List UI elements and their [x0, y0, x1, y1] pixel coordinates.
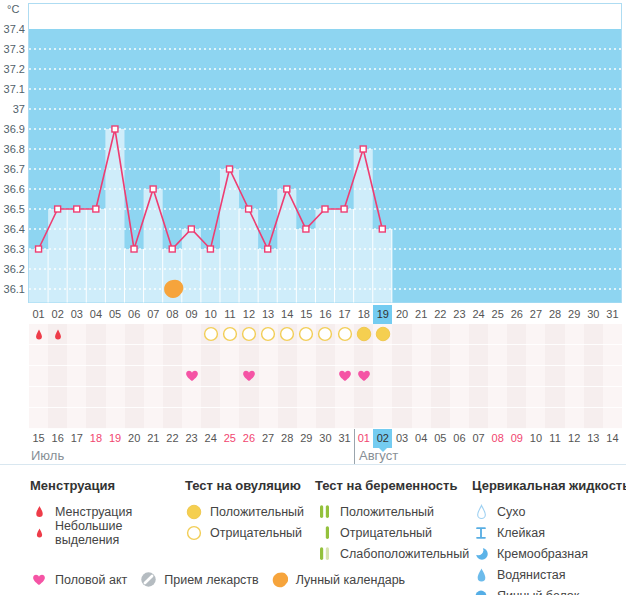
event-cell[interactable]: [29, 408, 48, 429]
event-cell[interactable]: [201, 366, 220, 387]
event-cell[interactable]: [545, 408, 564, 429]
event-cell[interactable]: [469, 387, 488, 408]
event-cell[interactable]: [86, 366, 105, 387]
event-cell[interactable]: [373, 387, 392, 408]
event-cell[interactable]: [335, 366, 354, 387]
cycle-day-cell[interactable]: 12: [239, 305, 258, 324]
event-cell[interactable]: [297, 366, 316, 387]
event-cell[interactable]: [86, 324, 105, 345]
event-cell[interactable]: [278, 366, 297, 387]
event-cell[interactable]: [469, 345, 488, 366]
calendar-day-cell[interactable]: 19: [106, 429, 125, 448]
calendar-day-cell[interactable]: 17: [67, 429, 86, 448]
cycle-day-cell[interactable]: 09: [182, 305, 201, 324]
calendar-day-cell[interactable]: 03: [392, 429, 411, 448]
event-cell[interactable]: [565, 408, 584, 429]
event-cell[interactable]: [106, 387, 125, 408]
event-cell[interactable]: [48, 324, 67, 345]
cycle-day-cell[interactable]: 24: [469, 305, 488, 324]
event-cell[interactable]: [201, 345, 220, 366]
event-cell[interactable]: [259, 345, 278, 366]
event-cell[interactable]: [106, 324, 125, 345]
event-cell[interactable]: [354, 387, 373, 408]
event-cell[interactable]: [106, 366, 125, 387]
calendar-day-cell[interactable]: 30: [316, 429, 335, 448]
event-cell[interactable]: [392, 408, 411, 429]
event-cell[interactable]: [144, 345, 163, 366]
event-cell[interactable]: [507, 345, 526, 366]
event-cell[interactable]: [220, 324, 239, 345]
event-cell[interactable]: [29, 387, 48, 408]
calendar-day-cell[interactable]: 15: [29, 429, 48, 448]
event-cell[interactable]: [278, 324, 297, 345]
cycle-day-cell[interactable]: 01: [29, 305, 48, 324]
cycle-day-cell[interactable]: 20: [392, 305, 411, 324]
cycle-day-cell[interactable]: 03: [67, 305, 86, 324]
event-cell[interactable]: [201, 408, 220, 429]
calendar-day-cell[interactable]: 08: [488, 429, 507, 448]
event-cell[interactable]: [125, 324, 144, 345]
event-cell[interactable]: [67, 408, 86, 429]
cycle-day-cell[interactable]: 06: [125, 305, 144, 324]
event-cell[interactable]: [584, 366, 603, 387]
event-cell[interactable]: [48, 345, 67, 366]
event-cell[interactable]: [106, 408, 125, 429]
event-cell[interactable]: [163, 408, 182, 429]
event-cell[interactable]: [392, 387, 411, 408]
calendar-day-cell[interactable]: 23: [182, 429, 201, 448]
calendar-day-cell[interactable]: 06: [450, 429, 469, 448]
calendar-day-cell[interactable]: 10: [526, 429, 545, 448]
cycle-day-cell[interactable]: 18: [354, 305, 373, 324]
calendar-day-cell[interactable]: 07: [469, 429, 488, 448]
event-cell[interactable]: [125, 345, 144, 366]
event-cell[interactable]: [125, 387, 144, 408]
cycle-day-cell[interactable]: 29: [565, 305, 584, 324]
event-cell[interactable]: [584, 324, 603, 345]
cycle-day-cell[interactable]: 27: [526, 305, 545, 324]
calendar-day-cell[interactable]: 31: [335, 429, 354, 448]
calendar-day-cell[interactable]: 14: [603, 429, 622, 448]
event-cell[interactable]: [125, 366, 144, 387]
event-cell[interactable]: [545, 366, 564, 387]
calendar-day-cell[interactable]: 04: [412, 429, 431, 448]
event-cell[interactable]: [259, 366, 278, 387]
calendar-day-cell[interactable]: 26: [239, 429, 258, 448]
event-cell[interactable]: [297, 324, 316, 345]
event-cell[interactable]: [412, 387, 431, 408]
event-cell[interactable]: [354, 345, 373, 366]
cycle-day-cell[interactable]: 15: [297, 305, 316, 324]
event-cell[interactable]: [392, 345, 411, 366]
event-cell[interactable]: [526, 366, 545, 387]
event-cell[interactable]: [67, 387, 86, 408]
event-cell[interactable]: [125, 408, 144, 429]
event-cell[interactable]: [144, 408, 163, 429]
event-cell[interactable]: [239, 324, 258, 345]
event-cell[interactable]: [163, 387, 182, 408]
event-cell[interactable]: [316, 345, 335, 366]
event-cell[interactable]: [48, 366, 67, 387]
cycle-day-cell[interactable]: 13: [259, 305, 278, 324]
event-cell[interactable]: [297, 345, 316, 366]
event-cell[interactable]: [67, 345, 86, 366]
event-cell[interactable]: [450, 345, 469, 366]
event-cell[interactable]: [392, 324, 411, 345]
event-cell[interactable]: [163, 324, 182, 345]
event-cell[interactable]: [220, 387, 239, 408]
event-cell[interactable]: [431, 366, 450, 387]
cycle-day-cell[interactable]: 16: [316, 305, 335, 324]
cycle-day-cell[interactable]: 21: [412, 305, 431, 324]
calendar-day-cell[interactable]: 22: [163, 429, 182, 448]
event-cell[interactable]: [354, 366, 373, 387]
event-cell[interactable]: [182, 408, 201, 429]
event-cell[interactable]: [182, 324, 201, 345]
event-cell[interactable]: [545, 345, 564, 366]
cycle-day-cell[interactable]: 14: [278, 305, 297, 324]
event-cell[interactable]: [144, 387, 163, 408]
calendar-day-cell[interactable]: 24: [201, 429, 220, 448]
event-cell[interactable]: [86, 387, 105, 408]
event-cell[interactable]: [144, 324, 163, 345]
event-cell[interactable]: [239, 387, 258, 408]
cycle-day-cell[interactable]: 28: [545, 305, 564, 324]
calendar-day-cell[interactable]: 05: [431, 429, 450, 448]
event-cell[interactable]: [412, 366, 431, 387]
